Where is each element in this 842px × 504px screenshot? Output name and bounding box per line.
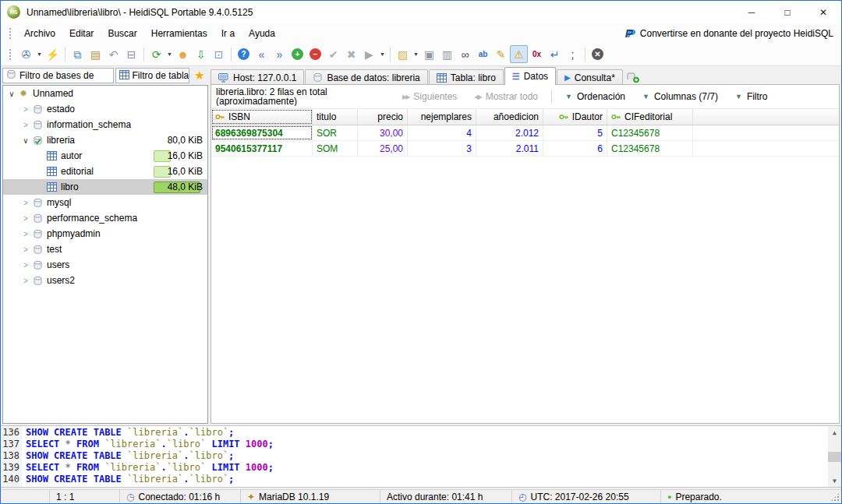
first-record-icon[interactable]: «	[253, 45, 271, 63]
tree-item-test[interactable]: >test	[3, 241, 207, 257]
last-record-icon[interactable]: »	[271, 45, 288, 63]
tree-item-libro[interactable]: libro48,0 KiB	[3, 179, 207, 195]
expander-closed-icon[interactable]: >	[20, 230, 31, 238]
cell-ISBN[interactable]: 9540615377117	[211, 141, 313, 156]
column-header-nejemplares[interactable]: nejemplares	[408, 109, 476, 125]
expander-closed-icon[interactable]: >	[20, 245, 31, 254]
tab-database[interactable]: Base de datos: libreria	[305, 69, 427, 85]
cell-IDautor[interactable]: 6	[543, 141, 607, 156]
export-database-icon[interactable]: ⇩	[192, 45, 210, 63]
sql-log-scrollbar[interactable]: ▲ ▼	[828, 426, 841, 487]
menubar-grip[interactable]	[9, 27, 12, 40]
column-header-IDautor[interactable]: IDautor	[543, 109, 607, 125]
menu-ayuda[interactable]: Ayuda	[242, 26, 282, 41]
menu-ir-a[interactable]: Ir a	[214, 26, 242, 41]
cell-añoedicion[interactable]: 2.012	[476, 125, 543, 140]
tree-item-phpmyadmin[interactable]: >phpmyadmin	[3, 226, 207, 241]
stop-icon[interactable]: ✕	[589, 45, 607, 63]
tab-host[interactable]: Host: 127.0.0.1	[210, 69, 304, 85]
minimize-button[interactable]: ─	[734, 1, 769, 23]
save-as-icon[interactable]: ▥	[438, 45, 456, 63]
cell-CIFeditorial[interactable]: C12345678	[607, 141, 693, 156]
tree-item-editorial[interactable]: editorial16,0 KiB	[3, 164, 207, 179]
tree-item-autor[interactable]: autor16,0 KiB	[3, 148, 207, 164]
cell-añoedicion[interactable]: 2.011	[476, 141, 543, 156]
cell-nejemplares[interactable]: 3	[408, 141, 476, 156]
expander-open-icon[interactable]: ∨	[6, 90, 17, 98]
cell-precio[interactable]: 25,00	[358, 141, 408, 156]
new-query-tab-button[interactable]	[624, 69, 644, 85]
run-query-icon-dropdown[interactable]: ▼	[378, 51, 387, 57]
tree-item-Unnamed[interactable]: ∨✸Unnamed	[3, 86, 207, 101]
hex-view-icon[interactable]: 0x	[528, 45, 546, 63]
tree-item-performance_schema[interactable]: >performance_schema	[3, 210, 207, 226]
tree-item-information_schema[interactable]: >information_schema	[3, 117, 207, 132]
scrollbar-thumb[interactable]	[828, 452, 841, 463]
cell-titulo[interactable]: SOR	[313, 125, 358, 140]
scroll-down-icon[interactable]: ▼	[828, 474, 841, 487]
refresh-icon[interactable]: ⟳	[147, 45, 165, 63]
expander-closed-icon[interactable]: >	[20, 261, 31, 270]
disconnect-icon[interactable]: ⚡	[44, 45, 62, 63]
close-button[interactable]: ✕	[805, 1, 841, 23]
data-copy-icon[interactable]: ⊡	[210, 45, 228, 63]
refresh-icon-dropdown[interactable]: ▼	[165, 51, 174, 57]
favorites-star-icon[interactable]: ★	[191, 69, 208, 83]
find-files-icon-dropdown[interactable]: ▼	[412, 51, 420, 57]
wrap-lines-icon[interactable]: ↵	[546, 45, 564, 63]
expander-closed-icon[interactable]: >	[20, 214, 31, 223]
revert-changes-icon[interactable]: ✖	[342, 45, 360, 63]
filter-button[interactable]: ▼Filtro	[727, 88, 777, 105]
menu-buscar[interactable]: Buscar	[101, 26, 143, 41]
sql-log-text[interactable]: SHOW CREATE TABLE `libreria`.`libro`;SEL…	[22, 426, 828, 487]
reformat-code-icon[interactable]: ✎	[492, 45, 510, 63]
semicolon-icon[interactable]: ;	[564, 45, 582, 63]
session-manager-icon[interactable]: ✇	[17, 45, 35, 63]
tab-data[interactable]: ☰Datos	[504, 67, 556, 85]
user-manager-icon[interactable]: ☻	[174, 45, 192, 63]
next-rows-button[interactable]: ▶▶Siguientes	[394, 88, 465, 105]
print-icon[interactable]: ⊟	[122, 45, 140, 63]
help-icon[interactable]: ?	[235, 45, 253, 63]
find-files-icon[interactable]: ▨	[394, 45, 412, 63]
menu-herramientas[interactable]: Herramientas	[144, 26, 214, 41]
find-text-icon[interactable]: ∞	[456, 45, 474, 63]
show-all-button[interactable]: ◀▶Mostrar todo	[465, 88, 547, 105]
warning-icon[interactable]: ⚠	[510, 45, 528, 63]
cell-CIFeditorial[interactable]: C12345678	[607, 125, 693, 140]
column-header-CIFeditorial[interactable]: CIFeditorial	[607, 109, 693, 125]
tree-item-libreria[interactable]: ∨libreria80,0 KiB	[3, 132, 207, 148]
menu-editar[interactable]: Editar	[62, 26, 101, 41]
expander-closed-icon[interactable]: >	[20, 199, 31, 207]
run-query-icon[interactable]: ▶	[360, 45, 378, 63]
tab-table[interactable]: Tabla: libro	[429, 69, 504, 85]
cell-titulo[interactable]: SOM	[313, 141, 358, 156]
sorting-button[interactable]: ▼Ordenación	[557, 88, 634, 105]
tab-query[interactable]: ▶Consulta*	[557, 69, 623, 85]
column-header-añoedicion[interactable]: añoedicion	[476, 109, 543, 125]
expander-closed-icon[interactable]: >	[20, 121, 31, 129]
paste-icon[interactable]: ▤	[87, 45, 104, 63]
tree-item-estado[interactable]: >estado	[3, 101, 207, 117]
expander-closed-icon[interactable]: >	[20, 277, 31, 285]
undo-icon[interactable]: ↶	[104, 45, 122, 63]
tree-item-mysql[interactable]: >mysql	[3, 195, 207, 210]
save-icon[interactable]: ▣	[420, 45, 438, 63]
expander-closed-icon[interactable]: >	[20, 105, 31, 114]
expander-open-icon[interactable]: ∨	[20, 136, 31, 145]
delete-row-icon[interactable]: −	[306, 45, 324, 63]
session-manager-icon-dropdown[interactable]: ▼	[35, 51, 44, 57]
column-header-titulo[interactable]: titulo	[313, 109, 358, 125]
insert-row-icon[interactable]: +	[288, 45, 306, 63]
tree-item-users2[interactable]: >users2	[3, 273, 207, 288]
scroll-up-icon[interactable]: ▲	[828, 426, 841, 439]
toolbar-grip[interactable]	[9, 48, 12, 61]
post-changes-icon[interactable]: ✔	[324, 45, 342, 63]
resize-grip[interactable]	[830, 492, 840, 502]
table-filter-input[interactable]: Filtro de tablas	[115, 68, 189, 83]
replace-text-icon[interactable]: ab	[474, 45, 492, 63]
columns-button[interactable]: ▼Columnas (7/7)	[634, 88, 727, 105]
cell-nejemplares[interactable]: 4	[408, 125, 476, 140]
scrollbar-track[interactable]	[828, 439, 841, 474]
column-header-ISBN[interactable]: ISBN	[211, 109, 313, 125]
